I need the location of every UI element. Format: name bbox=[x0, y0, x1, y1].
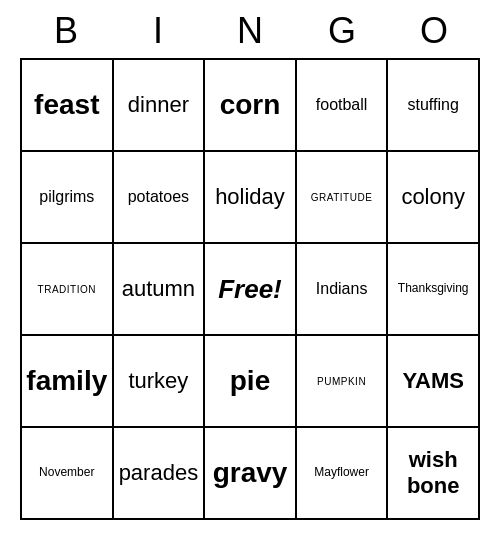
bingo-cell-r1-c0: pilgrims bbox=[22, 152, 114, 244]
bingo-cell-r0-c4: stuffing bbox=[388, 60, 480, 152]
bingo-cell-r0-c2: corn bbox=[205, 60, 297, 152]
bingo-cell-r2-c0: TRADITION bbox=[22, 244, 114, 336]
bingo-cell-r3-c2: pie bbox=[205, 336, 297, 428]
bingo-cell-r2-c4: Thanksgiving bbox=[388, 244, 480, 336]
bingo-cell-r4-c1: parades bbox=[114, 428, 206, 520]
header-letter-n: N bbox=[210, 10, 290, 52]
bingo-cell-r3-c3: PUMPKIN bbox=[297, 336, 389, 428]
header-letter-o: O bbox=[394, 10, 474, 52]
bingo-cell-r3-c4: YAMS bbox=[388, 336, 480, 428]
header-letter-b: B bbox=[26, 10, 106, 52]
bingo-cell-r2-c2: Free! bbox=[205, 244, 297, 336]
bingo-row-2: TRADITIONautumnFree!IndiansThanksgiving bbox=[22, 244, 480, 336]
bingo-cell-r4-c3: Mayflower bbox=[297, 428, 389, 520]
bingo-cell-r4-c0: November bbox=[22, 428, 114, 520]
bingo-cell-r1-c3: GRATITUDE bbox=[297, 152, 389, 244]
bingo-cell-r3-c0: family bbox=[22, 336, 114, 428]
bingo-cell-r2-c1: autumn bbox=[114, 244, 206, 336]
bingo-grid: feastdinnercornfootballstuffingpilgrimsp… bbox=[20, 58, 480, 520]
bingo-cell-r2-c3: Indians bbox=[297, 244, 389, 336]
bingo-cell-r0-c1: dinner bbox=[114, 60, 206, 152]
header-letter-g: G bbox=[302, 10, 382, 52]
bingo-cell-r0-c0: feast bbox=[22, 60, 114, 152]
bingo-cell-r0-c3: football bbox=[297, 60, 389, 152]
bingo-row-1: pilgrimspotatoesholidayGRATITUDEcolony bbox=[22, 152, 480, 244]
bingo-header: BINGO bbox=[20, 0, 480, 58]
bingo-row-4: NovemberparadesgravyMayflowerwishbone bbox=[22, 428, 480, 520]
bingo-row-0: feastdinnercornfootballstuffing bbox=[22, 60, 480, 152]
bingo-cell-r4-c2: gravy bbox=[205, 428, 297, 520]
bingo-cell-r1-c2: holiday bbox=[205, 152, 297, 244]
bingo-cell-r1-c4: colony bbox=[388, 152, 480, 244]
bingo-cell-r3-c1: turkey bbox=[114, 336, 206, 428]
bingo-cell-r1-c1: potatoes bbox=[114, 152, 206, 244]
bingo-cell-r4-c4: wishbone bbox=[388, 428, 480, 520]
header-letter-i: I bbox=[118, 10, 198, 52]
bingo-row-3: familyturkeypiePUMPKINYAMS bbox=[22, 336, 480, 428]
